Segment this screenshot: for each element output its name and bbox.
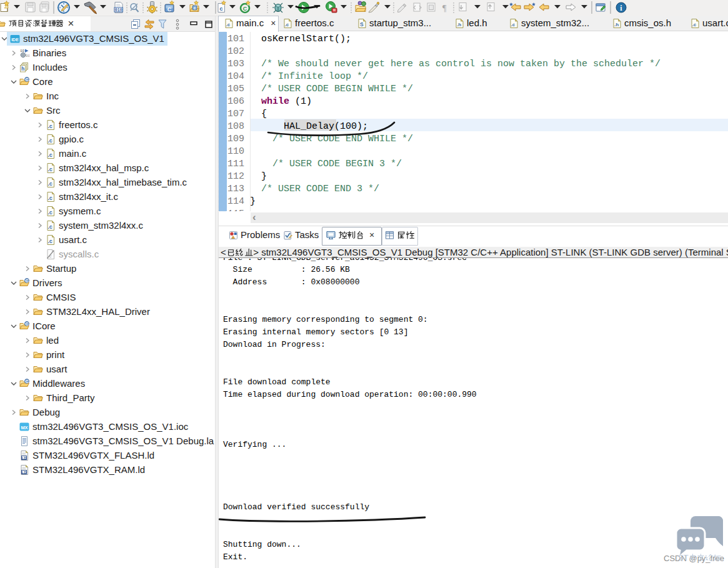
svg-text:C: C — [167, 6, 172, 12]
svg-text:010: 010 — [115, 8, 122, 12]
svg-text:C: C — [243, 6, 247, 12]
svg-text:c: c — [194, 6, 196, 10]
svg-text:¶: ¶ — [442, 4, 447, 13]
svg-text:c: c — [219, 6, 222, 12]
